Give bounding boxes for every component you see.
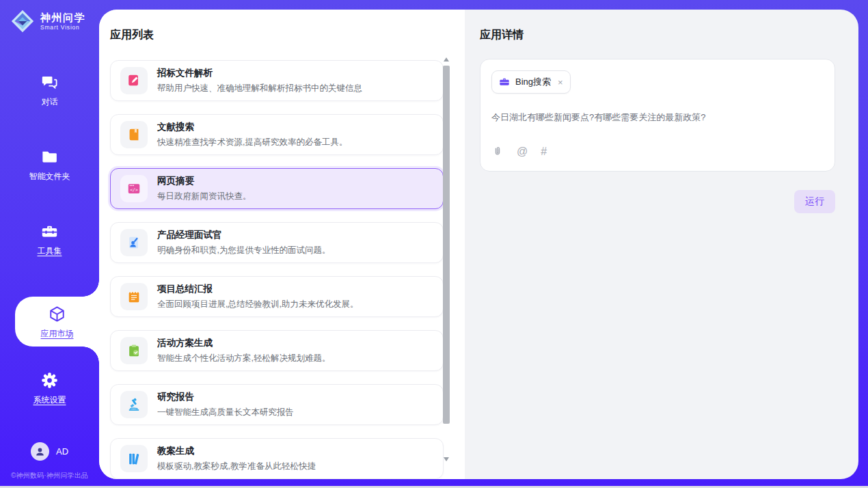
toolbox-icon — [40, 222, 59, 241]
scrollbar-down-icon[interactable] — [444, 457, 449, 461]
sidebar-item-app-market[interactable]: 应用市场 — [15, 297, 99, 347]
app-item-description: 每日政府新闻资讯快查。 — [157, 191, 252, 202]
app-item-description: 全面回顾项目进展,总结经验教训,助力未来优化发展。 — [157, 299, 358, 310]
brand-tagline: Smart Vision — [40, 24, 85, 31]
person-doc-icon — [120, 229, 148, 256]
app-list-item[interactable]: </>网页摘要每日政府新闻资讯快查。 — [110, 168, 444, 209]
app-item-title: 网页摘要 — [157, 175, 252, 187]
app-item-title: 文献搜索 — [157, 121, 347, 133]
sidebar-item-label: 对话 — [42, 96, 58, 108]
browser-code-icon: </> — [120, 175, 148, 202]
app-list-item[interactable]: 项目总结汇报全面回顾项目进展,总结经验教训,助力未来优化发展。 — [110, 276, 444, 317]
hash-icon[interactable]: # — [541, 146, 547, 157]
avatar — [31, 442, 49, 461]
app-list: 招标文件解析帮助用户快速、准确地理解和解析招标书中的关键信息文献搜索快速精准查找… — [110, 60, 444, 479]
sidebar-item-chat[interactable]: 对话 — [0, 73, 99, 108]
app-item-title: 产品经理面试官 — [157, 229, 330, 241]
brand-name: 神州问学 — [40, 12, 85, 23]
app-item-description: 帮助用户快速、准确地理解和解析招标书中的关键信息 — [157, 83, 362, 94]
app-list-title: 应用列表 — [110, 28, 465, 42]
folder-icon — [40, 148, 59, 166]
app-list-item[interactable]: 研究报告一键智能生成高质量长文本研究报告 — [110, 384, 444, 425]
app-item-description: 智能生成个性化活动方案,轻松解决规划难题。 — [157, 353, 330, 364]
sidebar-nav: 对话智能文件夹工具集应用市场系统设置 — [0, 73, 99, 406]
tool-chip-label: Bing搜索 — [515, 76, 551, 88]
app-item-title: 研究报告 — [157, 391, 294, 403]
tool-chip-bing-search[interactable]: Bing搜索 × — [491, 70, 571, 94]
books-icon — [120, 445, 148, 472]
app-list-item[interactable]: 产品经理面试官明确身份和职责,为您提供专业性的面试问题。 — [110, 222, 444, 263]
svg-text:</>: </> — [130, 187, 138, 193]
user-avatar-icon — [34, 446, 46, 457]
app-detail-panel: 应用详情 Bing搜索 × 今日湖北有哪些新闻要点?有哪些需要关注的最新政策? — [465, 10, 858, 479]
tab-curve-bottom — [83, 347, 99, 363]
app-item-description: 一键智能生成高质量长文本研究报告 — [157, 407, 294, 418]
paperclip-icon[interactable] — [491, 146, 504, 158]
sidebar-item-smart-folders[interactable]: 智能文件夹 — [0, 148, 99, 182]
close-icon[interactable]: × — [558, 78, 563, 87]
sidebar-item-label: 工具集 — [38, 245, 62, 257]
clipboard-check-icon — [120, 337, 148, 364]
attachment-toolbar: @ # — [491, 146, 824, 160]
sidebar: 神州问学 Smart Vision 对话智能文件夹工具集应用市场系统设置 AD … — [0, 0, 99, 488]
app-list-item[interactable]: 文献搜索快速精准查找学术资源,提高研究效率的必备工具。 — [110, 114, 444, 155]
sidebar-item-toolset[interactable]: 工具集 — [0, 222, 99, 257]
book-icon — [120, 121, 148, 148]
scrollbar-thumb[interactable] — [443, 66, 450, 424]
scrollbar-up-icon[interactable] — [444, 57, 449, 62]
sidebar-item-system-settings[interactable]: 系统设置 — [0, 371, 99, 406]
sidebar-item-label: 系统设置 — [33, 394, 66, 406]
sidebar-item-label: 应用市场 — [41, 328, 74, 340]
app-item-description: 明确身份和职责,为您提供专业性的面试问题。 — [157, 245, 330, 256]
diamond-logo-icon — [10, 9, 35, 33]
actions-row: 运行 — [480, 190, 835, 213]
main-content: 应用列表 招标文件解析帮助用户快速、准确地理解和解析招标书中的关键信息文献搜索快… — [99, 10, 858, 479]
briefcase-icon — [499, 77, 510, 87]
sidebar-item-label: 智能文件夹 — [29, 171, 70, 182]
app-item-title: 活动方案生成 — [157, 337, 330, 349]
user-row[interactable]: AD — [0, 442, 99, 461]
app-item-description: 快速精准查找学术资源,提高研究效率的必备工具。 — [157, 137, 347, 148]
notepad-icon — [120, 283, 148, 310]
app-item-title: 教案生成 — [157, 445, 316, 457]
app-item-title: 招标文件解析 — [157, 67, 362, 79]
cube-icon — [48, 305, 66, 323]
mention-icon[interactable]: @ — [517, 146, 528, 157]
run-button[interactable]: 运行 — [794, 190, 835, 213]
gear-icon — [40, 371, 59, 390]
prompt-input[interactable]: 今日湖北有哪些新闻要点?有哪些需要关注的最新政策? — [491, 111, 824, 124]
app-item-description: 模板驱动,教案秒成,教学准备从此轻松快捷 — [157, 461, 316, 472]
chat-icon — [40, 73, 59, 92]
microscope-icon — [120, 391, 148, 418]
app-item-title: 项目总结汇报 — [157, 283, 358, 295]
app-logo: 神州问学 Smart Vision — [0, 0, 99, 33]
app-detail-title: 应用详情 — [480, 28, 858, 42]
app-list-item[interactable]: 招标文件解析帮助用户快速、准确地理解和解析招标书中的关键信息 — [110, 60, 444, 101]
app-list-scrollbar[interactable] — [443, 57, 450, 461]
prompt-card: Bing搜索 × 今日湖北有哪些新闻要点?有哪些需要关注的最新政策? @ # — [480, 59, 835, 172]
user-label: AD — [56, 446, 68, 457]
app-list-item[interactable]: 教案生成模板驱动,教案秒成,教学准备从此轻松快捷 — [110, 438, 444, 479]
app-list-panel: 应用列表 招标文件解析帮助用户快速、准确地理解和解析招标书中的关键信息文献搜索快… — [99, 10, 465, 479]
doc-edit-icon — [120, 67, 148, 94]
sidebar-footer: ©神州数码·神州问学出品 — [0, 471, 99, 480]
app-list-item[interactable]: 活动方案生成智能生成个性化活动方案,轻松解决规划难题。 — [110, 330, 444, 371]
tab-curve-top — [83, 280, 99, 297]
